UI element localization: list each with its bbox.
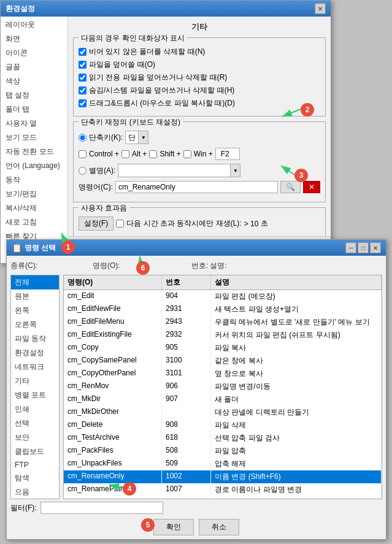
confirm-checkbox-0[interactable] xyxy=(79,48,86,56)
command-search-btn[interactable]: 🔍 xyxy=(280,181,301,193)
sidebar-item-9[interactable]: 자동 전환 모드 xyxy=(1,145,67,159)
cmd-row-2[interactable]: cm_EditFileMenu2943우클릭 메뉴에서 별도로 '새로 만들기'… xyxy=(64,316,382,329)
cat-item-3[interactable]: 오른쪽 xyxy=(11,318,59,332)
cat-item-10[interactable]: 선택 xyxy=(11,416,59,431)
cat-item-6[interactable]: 네트워크 xyxy=(11,360,59,374)
cmd-row-13[interactable]: cm_UnpackFiles509압축 해제 xyxy=(64,458,382,470)
shortcut-radio[interactable] xyxy=(79,134,86,142)
confirm-checkbox-2[interactable] xyxy=(79,74,86,82)
cmd-header: 종류(C): 명령(O): 번호: 설명: xyxy=(10,259,382,272)
cmd-row-15[interactable]: cm_RenamePath1007경로 이름이나 파일명 변경 xyxy=(64,483,382,496)
cmd-row-1[interactable]: cm_EditNewFile2931새 텍스트 파일 생성+열기 xyxy=(64,303,382,316)
cat-item-9[interactable]: 인쇄 xyxy=(11,402,59,416)
sidebar-item-1[interactable]: 화면 xyxy=(1,32,67,46)
cmd-close-btn[interactable]: ✕ xyxy=(370,242,381,253)
cmd-row-11[interactable]: cm_TestArchive618선택 압축 파일 검사 xyxy=(64,432,382,445)
cmd-name-11: cm_TestArchive xyxy=(64,432,162,445)
cat-item-11[interactable]: 보안 xyxy=(11,431,59,445)
ctrl-checkbox[interactable] xyxy=(79,150,86,158)
settings-sidebar: 레이아웃화면아이콘글꼴색상탭 설정폴더 탭사용자 열보기 모드자동 전환 모드언… xyxy=(1,17,68,263)
cat-item-2[interactable]: 왼쪽 xyxy=(11,304,59,318)
cmd-row-7[interactable]: cm_RenMov906파일명 변경/이동 xyxy=(64,380,382,393)
annotation-1: 1 xyxy=(61,240,75,254)
effect-setting-btn[interactable]: 설정(F) xyxy=(79,216,113,231)
cat-item-12[interactable]: 클립보드 xyxy=(11,445,59,459)
alias-combo[interactable]: ▼ xyxy=(118,164,240,177)
cmd-row-4[interactable]: cm_Copy905파일 복사 xyxy=(64,342,382,354)
filter-input[interactable] xyxy=(40,502,163,514)
cat-item-4[interactable]: 파일 동작 xyxy=(11,332,59,346)
key-display[interactable]: F2 xyxy=(215,148,240,160)
cmd-row-3[interactable]: cm_EditExistingFile2932커서 위치의 파일 편집 (쉬프트… xyxy=(64,329,382,342)
cmd-cancel-btn[interactable]: 취소 xyxy=(199,519,239,535)
cmd-desc-0: 파일 편집 (메모장) xyxy=(211,290,382,303)
sidebar-item-14[interactable]: 새로 고침 xyxy=(1,215,67,229)
cmd-row-12[interactable]: cm_PackFiles508파일 압축 xyxy=(64,445,382,458)
shortcut-type-arrow[interactable]: ▼ xyxy=(138,131,148,144)
win-checkbox[interactable] xyxy=(183,150,191,158)
cmd-number-11: 618 xyxy=(162,432,211,445)
sidebar-item-4[interactable]: 색상 xyxy=(1,74,67,88)
cmd-title: 명령 선택 xyxy=(25,243,56,253)
cmd-row-0[interactable]: cm_Edit904파일 편집 (메모장) xyxy=(64,290,382,303)
number-header-label: 번호: 설명: xyxy=(191,261,227,271)
cat-item-8[interactable]: 병렬 포트 xyxy=(11,388,59,402)
cmd-ok-btn[interactable]: 확인 xyxy=(153,519,194,535)
cmd-title-area: 📋 명령 선택 xyxy=(12,243,56,253)
confirm-option-label-1: 파일을 덮어쓸 때(O) xyxy=(89,59,155,70)
cat-item-5[interactable]: 환경설정 xyxy=(11,346,59,360)
alt-checkbox[interactable] xyxy=(121,150,129,158)
sidebar-item-8[interactable]: 보기 모드 xyxy=(1,131,67,145)
sidebar-item-12[interactable]: 보기/편집 xyxy=(1,187,67,201)
confirm-checkbox-1[interactable] xyxy=(79,61,86,69)
col-name: 명령(O) xyxy=(64,275,162,289)
sidebar-item-6[interactable]: 폴더 탭 xyxy=(1,102,67,117)
cmd-name-3: cm_EditExistingFile xyxy=(64,329,162,342)
shortcut-content: 단축키(K): 단 ▼ Control + Alt + xyxy=(79,131,320,193)
cmd-row-14[interactable]: cm_RenameOnly1002이름 변경 (Shift+F6) xyxy=(64,470,382,483)
cmd-row-5[interactable]: cm_CopySamePanel3100같은 창에 복사 xyxy=(64,354,382,367)
cmd-minimize-btn[interactable]: ─ xyxy=(345,242,356,253)
cat-item-13[interactable]: FTP xyxy=(11,459,59,471)
cmd-name-0: cm_Edit xyxy=(64,290,162,303)
cat-item-0[interactable]: 전체 xyxy=(11,275,59,289)
cmd-name-2: cm_EditFileMenu xyxy=(64,316,162,329)
confirm-checkbox-4[interactable] xyxy=(79,99,86,107)
alias-arrow[interactable]: ▼ xyxy=(230,164,240,177)
cmd-row-6[interactable]: cm_CopyOtherPanel3101옆 창으로 복사 xyxy=(64,367,382,380)
cat-item-15[interactable]: 으음 xyxy=(11,485,59,499)
command-clear-btn[interactable]: ✕ xyxy=(303,181,320,193)
confirm-checkbox-3[interactable] xyxy=(79,86,86,94)
sidebar-item-5[interactable]: 탭 설정 xyxy=(1,88,67,102)
cmd-number-2: 2943 xyxy=(162,316,211,329)
sidebar-item-2[interactable]: 아이콘 xyxy=(1,46,67,60)
sidebar-item-0[interactable]: 레이아웃 xyxy=(1,18,67,32)
cmd-desc-10: 파일 삭제 xyxy=(211,419,382,432)
cmd-desc-15: 경로 이름이나 파일명 변경 xyxy=(211,483,382,496)
cmd-row-10[interactable]: cm_Delete908파일 삭제 xyxy=(64,419,382,432)
cmd-maximize-btn[interactable]: □ xyxy=(358,242,369,253)
command-label: 명령어(C): xyxy=(79,182,113,193)
cmd-row-8[interactable]: cm_MkDir907새 폴더 xyxy=(64,393,382,406)
shift-checkbox[interactable] xyxy=(149,150,157,158)
shortcut-type-combo[interactable]: 단 ▼ xyxy=(125,131,148,144)
effect-checkbox[interactable] xyxy=(116,220,124,228)
settings-window: 환경설정 ✕ 레이아웃화면아이콘글꼴색상탭 설정폴더 탭사용자 열보기 모드자동… xyxy=(0,0,331,264)
cmd-desc-2: 우클릭 메뉴에서 별도로 '새로 만들기' 메뉴 보기 xyxy=(211,316,382,329)
sidebar-item-10[interactable]: 언어 (Language) xyxy=(1,159,67,173)
settings-main-panel: 기타 다음의 경우 확인 대화상자 표시 비어 있지 않은 폴더를 삭제할 때(… xyxy=(68,17,331,236)
sidebar-item-13[interactable]: 복사/삭제 xyxy=(1,201,67,215)
command-input[interactable] xyxy=(115,181,278,193)
sidebar-item-3[interactable]: 글꼴 xyxy=(1,60,67,74)
cat-item-14[interactable]: 탐색 xyxy=(11,471,59,485)
cmd-window: 📋 명령 선택 ─ □ ✕ 종류(C): 명령(O): 번호: 설명: 전체원본… xyxy=(6,239,386,540)
cmd-number-0: 904 xyxy=(162,290,211,303)
sidebar-item-7[interactable]: 사용자 열 xyxy=(1,117,67,131)
cmd-row-9[interactable]: cm_MkDirOther대상 판넬에 디렉토리 만들기 xyxy=(64,406,382,419)
col-number: 번호 xyxy=(162,275,211,289)
sidebar-item-11[interactable]: 동작 xyxy=(1,173,67,187)
cat-item-7[interactable]: 기타 xyxy=(11,374,59,388)
alias-radio[interactable] xyxy=(79,167,86,175)
settings-close-btn[interactable]: ✕ xyxy=(315,3,326,14)
cat-item-1[interactable]: 원본 xyxy=(11,289,59,304)
